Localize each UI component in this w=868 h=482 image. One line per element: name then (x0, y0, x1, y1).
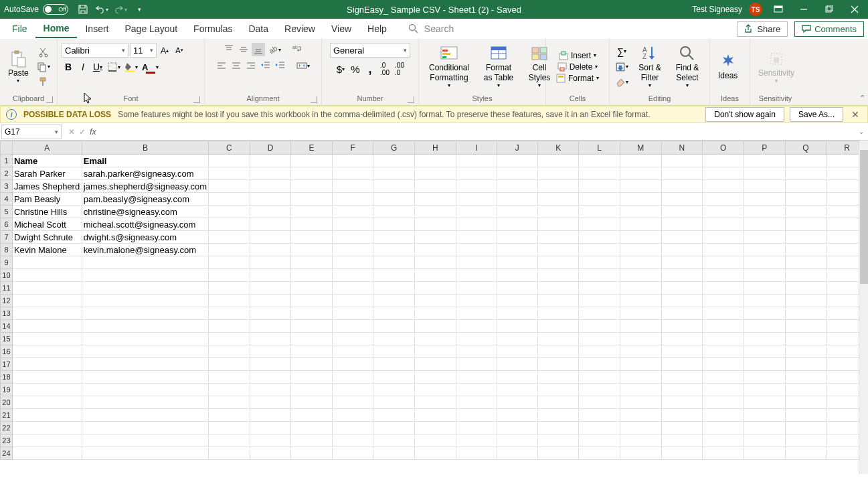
cell-F21[interactable] (332, 409, 373, 422)
cell-C7[interactable] (209, 231, 250, 244)
user-name[interactable]: Test Signeasy (692, 5, 742, 14)
cell-K1[interactable] (537, 155, 579, 167)
tab-page-layout[interactable]: Page Layout (116, 20, 185, 37)
cell-D5[interactable] (250, 206, 291, 218)
cell-O1[interactable] (703, 155, 744, 167)
cell-F1[interactable] (332, 155, 373, 167)
cell-G6[interactable] (373, 218, 415, 231)
col-header-H[interactable]: H (415, 141, 456, 155)
cell-J18[interactable] (497, 371, 537, 384)
cell-O20[interactable] (703, 396, 744, 409)
cell-C13[interactable] (209, 307, 250, 320)
cell-C18[interactable] (209, 371, 250, 384)
cell-L2[interactable] (579, 167, 620, 180)
fill-button[interactable]: ▾ (614, 60, 630, 74)
tab-data[interactable]: Data (240, 20, 276, 37)
cell-K20[interactable] (537, 396, 579, 409)
cell-P10[interactable] (744, 269, 786, 282)
cell-P18[interactable] (744, 371, 786, 384)
cell-L23[interactable] (579, 434, 620, 447)
cell-A16[interactable] (12, 345, 82, 358)
tab-view[interactable]: View (323, 20, 359, 37)
align-left-button[interactable] (215, 59, 228, 72)
cell-N23[interactable] (661, 434, 703, 447)
align-right-button[interactable] (244, 59, 258, 72)
cell-H17[interactable] (415, 358, 456, 371)
cell-M5[interactable] (620, 206, 661, 218)
cell-C20[interactable] (209, 396, 250, 409)
cell-B15[interactable] (82, 333, 208, 345)
cell-O8[interactable] (703, 244, 744, 256)
share-button[interactable]: Share (737, 21, 788, 37)
decrease-indent-button[interactable] (259, 59, 272, 72)
cell-J21[interactable] (497, 409, 537, 422)
cell-G21[interactable] (373, 409, 415, 422)
cell-C11[interactable] (209, 282, 250, 295)
row-header-24[interactable]: 24 (1, 447, 13, 460)
tab-file[interactable]: File (4, 20, 35, 37)
cell-Q11[interactable] (785, 282, 827, 295)
name-box[interactable]: G17▾ (1, 125, 62, 139)
cell-A1[interactable]: Name (12, 155, 82, 167)
cell-I14[interactable] (456, 320, 497, 333)
cell-M15[interactable] (620, 333, 661, 345)
col-header-J[interactable]: J (497, 141, 537, 155)
cell-C12[interactable] (209, 295, 250, 307)
cell-L7[interactable] (579, 231, 620, 244)
cell-P23[interactable] (744, 434, 786, 447)
cell-Q2[interactable] (785, 167, 827, 180)
cell-E18[interactable] (291, 371, 333, 384)
cell-C5[interactable] (209, 206, 250, 218)
align-bottom-button[interactable] (252, 43, 265, 56)
cell-K13[interactable] (537, 307, 579, 320)
tab-help[interactable]: Help (359, 20, 395, 37)
row-header-13[interactable]: 13 (1, 307, 13, 320)
cell-A23[interactable] (12, 434, 82, 447)
cell-A21[interactable] (12, 409, 82, 422)
cell-Q8[interactable] (785, 244, 827, 256)
font-size-combo[interactable]: 11▾ (130, 43, 157, 58)
cell-L11[interactable] (579, 282, 620, 295)
cell-J11[interactable] (497, 282, 537, 295)
cell-G1[interactable] (373, 155, 415, 167)
cell-Q17[interactable] (785, 358, 827, 371)
cell-J15[interactable] (497, 333, 537, 345)
cell-C8[interactable] (209, 244, 250, 256)
underline-button[interactable]: U▾ (91, 60, 104, 74)
cell-H19[interactable] (415, 384, 456, 396)
cell-F13[interactable] (332, 307, 373, 320)
col-header-F[interactable]: F (332, 141, 373, 155)
cell-K6[interactable] (537, 218, 579, 231)
cell-L6[interactable] (579, 218, 620, 231)
cell-A11[interactable] (12, 282, 82, 295)
cell-A10[interactable] (12, 269, 82, 282)
cell-D22[interactable] (250, 422, 291, 434)
cell-B14[interactable] (82, 320, 208, 333)
cell-J17[interactable] (497, 358, 537, 371)
col-header-L[interactable]: L (579, 141, 620, 155)
row-header-6[interactable]: 6 (1, 218, 13, 231)
cell-A12[interactable] (12, 295, 82, 307)
conditional-formatting-button[interactable]: Conditional Formatting▾ (423, 43, 475, 90)
tab-formulas[interactable]: Formulas (185, 20, 240, 37)
cell-I8[interactable] (456, 244, 497, 256)
cell-P22[interactable] (744, 422, 786, 434)
cell-E15[interactable] (291, 333, 333, 345)
cell-H14[interactable] (415, 320, 456, 333)
cell-C3[interactable] (209, 180, 250, 193)
cell-I4[interactable] (456, 193, 497, 206)
cell-M23[interactable] (620, 434, 661, 447)
cell-I13[interactable] (456, 307, 497, 320)
col-header-B[interactable]: B (82, 141, 208, 155)
cell-M9[interactable] (620, 256, 661, 269)
cell-D16[interactable] (250, 345, 291, 358)
cell-Q13[interactable] (785, 307, 827, 320)
row-header-15[interactable]: 15 (1, 333, 13, 345)
ribbon-display-icon[interactable] (769, 3, 788, 16)
cell-C21[interactable] (209, 409, 250, 422)
cell-A13[interactable] (12, 307, 82, 320)
cell-Q4[interactable] (785, 193, 827, 206)
cell-H11[interactable] (415, 282, 456, 295)
vertical-scrollbar[interactable] (859, 141, 868, 474)
cell-F4[interactable] (332, 193, 373, 206)
